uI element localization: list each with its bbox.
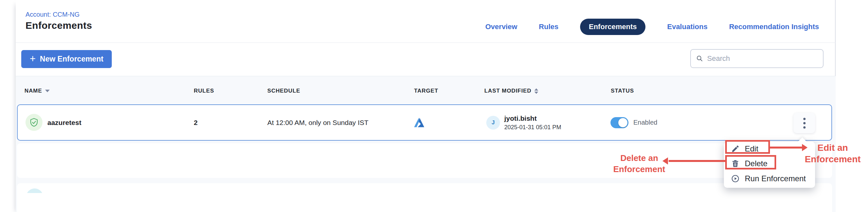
modified-at: 2025-01-31 05:01 PM <box>504 124 561 131</box>
header-divider <box>16 43 836 43</box>
menu-item-run-enforcement[interactable]: Run Enforcement <box>724 172 815 186</box>
tab-recommendation-insights[interactable]: Recommendation Insights <box>729 23 819 31</box>
play-circle-icon <box>731 175 740 183</box>
modified-by: jyoti.bisht <box>504 114 537 122</box>
pencil-icon <box>731 144 740 153</box>
column-header-status: STATUS <box>611 87 634 95</box>
column-header-schedule: SCHEDULE <box>267 87 300 95</box>
plus-icon: + <box>30 54 36 64</box>
trash-icon <box>731 159 740 168</box>
table-row[interactable] <box>17 183 832 212</box>
schedule-text: At 12:00 AM, only on Sunday IST <box>267 105 368 140</box>
column-header-rules: RULES <box>194 87 214 95</box>
status-toggle[interactable] <box>611 117 628 128</box>
sort-desc-icon <box>45 90 50 92</box>
table-row[interactable]: aazuretest 2 At 12:00 AM, only on Sunday… <box>17 104 832 141</box>
account-breadcrumb[interactable]: Account: CCM-NG <box>26 11 80 18</box>
new-enforcement-label: New Enforcement <box>40 55 103 63</box>
tab-overview[interactable]: Overview <box>485 23 517 31</box>
table-row[interactable] <box>17 143 832 178</box>
search-box[interactable] <box>690 49 824 68</box>
tab-enforcements[interactable]: Enforcements <box>580 19 646 35</box>
status-label: Enabled <box>633 105 657 140</box>
column-header-target: TARGET <box>414 87 438 95</box>
tab-evaluations[interactable]: Evaluations <box>667 23 707 31</box>
row-status-badge-partial <box>26 188 43 193</box>
search-input[interactable] <box>707 54 818 63</box>
row-options-kebab-icon[interactable] <box>794 113 815 133</box>
page-title: Enforcements <box>26 20 92 31</box>
tab-bar: Overview Rules Enforcements Evaluations … <box>458 18 819 35</box>
menu-item-delete[interactable]: Delete <box>724 157 815 170</box>
toggle-knob <box>618 118 627 127</box>
avatar: J <box>486 116 500 130</box>
rules-count: 2 <box>194 105 198 140</box>
azure-icon <box>413 117 425 129</box>
search-icon <box>696 55 703 62</box>
enforcement-name: aazuretest <box>48 105 82 140</box>
shield-check-icon <box>29 117 39 127</box>
enforcements-page: Account: CCM-NG Enforcements Overview Ru… <box>0 0 868 212</box>
column-header-last-modified[interactable]: LAST MODIFIED <box>484 87 538 95</box>
new-enforcement-button[interactable]: + New Enforcement <box>21 50 112 68</box>
column-header-name[interactable]: NAME <box>25 87 50 95</box>
enforcement-status-badge <box>26 114 42 131</box>
last-modified-cell: jyoti.bisht 2025-01-31 05:01 PM <box>504 105 561 140</box>
tab-rules[interactable]: Rules <box>539 23 559 31</box>
target-cell <box>413 105 425 140</box>
row-actions-menu: Edit Delete Run Enforcement <box>724 142 815 188</box>
sort-both-icon <box>534 88 538 94</box>
menu-item-edit[interactable]: Edit <box>724 142 815 155</box>
